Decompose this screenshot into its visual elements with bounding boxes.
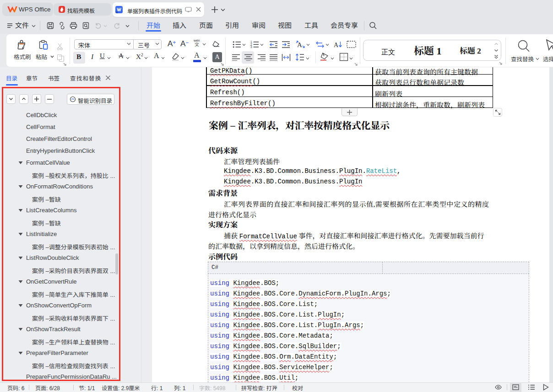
svg-text:A: A xyxy=(334,42,339,48)
svg-text:3: 3 xyxy=(250,45,252,48)
